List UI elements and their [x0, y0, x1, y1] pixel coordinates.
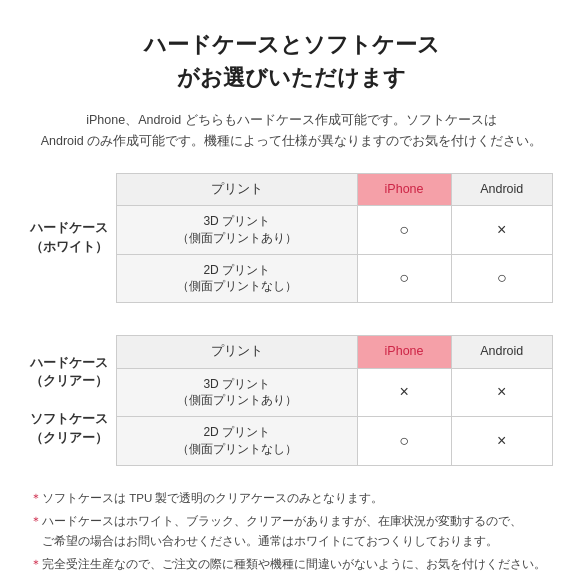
iphone-val-4: ○ [357, 417, 451, 466]
main-container: ハードケースとソフトケース がお選びいただけます iPhone、Android … [0, 0, 583, 583]
row-header-label-1: ハードケース（ホワイト） [30, 219, 108, 257]
table-row: 2D プリント（側面プリントなし） ○ ○ [117, 254, 553, 303]
title-line1: ハードケースとソフトケース [144, 32, 440, 57]
col-header-print-2: プリント [117, 336, 358, 369]
note-3: ＊完全受注生産なので、ご注文の際に種類や機種に間違いがないように、お気を付けくだ… [30, 554, 553, 575]
iphone-val-2: ○ [357, 254, 451, 303]
col-header-android-2: Android [451, 336, 552, 369]
table-section-1: ハードケース（ホワイト） プリント iPhone Android 3D プリント… [30, 173, 553, 304]
table-row: 3D プリント（側面プリントあり） × × [117, 368, 553, 417]
android-val-3: × [451, 368, 552, 417]
note-2: ＊ハードケースはホワイト、ブラック、クリアーがありますが、在庫状況が変動するので… [30, 511, 553, 552]
description-text: iPhone、Android どちらもハードケース作成可能です。ソフトケースはA… [30, 110, 553, 153]
note-1: ＊ソフトケースは TPU 製で透明のクリアケースのみとなります。 [30, 488, 553, 509]
table-row: 3D プリント（側面プリントあり） ○ × [117, 206, 553, 255]
print-type-3: 3D プリント（側面プリントあり） [117, 368, 358, 417]
col-header-iphone-1: iPhone [357, 173, 451, 206]
iphone-val-3: × [357, 368, 451, 417]
android-val-2: ○ [451, 254, 552, 303]
android-val-4: × [451, 417, 552, 466]
table-wrapper-2: ハードケース（クリアー）ソフトケース（クリアー） プリント iPhone And… [30, 335, 553, 466]
title-line2: がお選びいただけます [177, 65, 406, 90]
col-header-iphone-2: iPhone [357, 336, 451, 369]
table-wrapper-1: ハードケース（ホワイト） プリント iPhone Android 3D プリント… [30, 173, 553, 304]
col-header-android-1: Android [451, 173, 552, 206]
table-row: 2D プリント（側面プリントなし） ○ × [117, 417, 553, 466]
page-title: ハードケースとソフトケース がお選びいただけます [30, 28, 553, 94]
row-header-2: ハードケース（クリアー）ソフトケース（クリアー） [30, 335, 116, 466]
col-header-print-1: プリント [117, 173, 358, 206]
table-2: プリント iPhone Android 3D プリント（側面プリントあり） × … [116, 335, 553, 466]
iphone-val-1: ○ [357, 206, 451, 255]
table-1: プリント iPhone Android 3D プリント（側面プリントあり） ○ … [116, 173, 553, 304]
android-val-1: × [451, 206, 552, 255]
print-type-1: 3D プリント（側面プリントあり） [117, 206, 358, 255]
row-header-label-2: ハードケース（クリアー）ソフトケース（クリアー） [30, 354, 108, 448]
print-type-4: 2D プリント（側面プリントなし） [117, 417, 358, 466]
row-header-1: ハードケース（ホワイト） [30, 173, 116, 304]
notes-section: ＊ソフトケースは TPU 製で透明のクリアケースのみとなります。 ＊ハードケース… [30, 488, 553, 575]
print-type-2: 2D プリント（側面プリントなし） [117, 254, 358, 303]
table-section-2: ハードケース（クリアー）ソフトケース（クリアー） プリント iPhone And… [30, 335, 553, 466]
